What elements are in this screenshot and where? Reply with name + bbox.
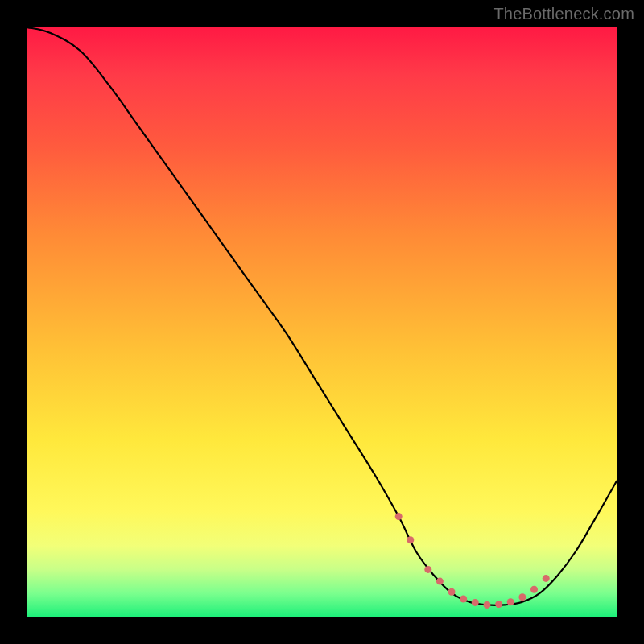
marker-dot (472, 599, 479, 606)
marker-dot (460, 596, 467, 603)
marker-dot (518, 593, 526, 601)
marker-dot (507, 598, 514, 605)
marker-dot (448, 588, 456, 596)
plot-area (27, 27, 617, 617)
marker-dot (436, 578, 444, 585)
bottleneck-curve-path (27, 27, 617, 605)
marker-dot (424, 566, 431, 573)
marker-dot (543, 575, 550, 582)
chart-frame: TheBottleneck.com (0, 0, 644, 644)
watermark-text: TheBottleneck.com (493, 5, 634, 23)
marker-dot (484, 601, 491, 609)
curve-svg (27, 27, 617, 617)
marker-dot (530, 586, 538, 593)
marker-dot (495, 601, 502, 608)
optimal-range-dots (395, 513, 550, 609)
marker-dot (395, 513, 402, 520)
marker-dot (407, 536, 414, 543)
